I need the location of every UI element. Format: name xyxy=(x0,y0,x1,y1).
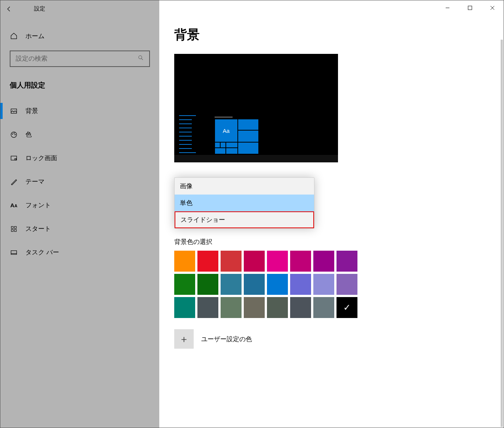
picture-icon xyxy=(10,107,18,115)
sidebar: ホーム 個人用設定 背景色ロック画面テーマAAフォントスタートタスク バー xyxy=(0,17,159,428)
color-swatch[interactable] xyxy=(221,297,242,318)
color-swatch[interactable] xyxy=(197,297,218,318)
dropdown-option-2[interactable]: スライドショー xyxy=(175,211,314,228)
preview-sample-text: Aa xyxy=(215,119,238,142)
brush-icon xyxy=(10,178,18,186)
color-section-label: 背景色の選択 xyxy=(174,238,489,246)
sidebar-item-0[interactable]: 背景 xyxy=(0,99,159,123)
svg-rect-17 xyxy=(11,251,17,254)
color-swatches: ✓ xyxy=(174,251,489,318)
svg-rect-6 xyxy=(11,109,17,113)
home-icon xyxy=(10,32,18,40)
color-swatch[interactable] xyxy=(267,274,288,295)
color-swatch[interactable] xyxy=(244,274,265,295)
home-link[interactable]: ホーム xyxy=(0,27,159,45)
svg-rect-1 xyxy=(468,6,472,10)
custom-color-label: ユーザー設定の色 xyxy=(201,335,252,343)
page-title: 背景 xyxy=(174,26,489,43)
color-swatch[interactable] xyxy=(221,251,242,272)
color-swatch[interactable] xyxy=(336,274,357,295)
scrollbar[interactable] xyxy=(501,40,503,427)
color-swatch[interactable] xyxy=(290,251,311,272)
color-swatch[interactable] xyxy=(221,274,242,295)
sidebar-item-6[interactable]: タスク バー xyxy=(0,241,159,264)
window-title: 設定 xyxy=(34,5,45,12)
sidebar-item-label: テーマ xyxy=(25,177,44,186)
font-icon: AA xyxy=(10,201,18,210)
color-swatch[interactable] xyxy=(174,297,195,318)
lock-icon xyxy=(10,154,18,162)
color-swatch[interactable]: ✓ xyxy=(336,297,357,318)
svg-rect-14 xyxy=(15,226,16,228)
sidebar-item-2[interactable]: ロック画面 xyxy=(0,146,159,170)
main-content: 背景 Aa xyxy=(159,17,504,428)
color-swatch[interactable] xyxy=(336,251,357,272)
dropdown-option-1[interactable]: 単色 xyxy=(175,195,314,211)
color-swatch[interactable] xyxy=(290,297,311,318)
sidebar-item-4[interactable]: AAフォント xyxy=(0,193,159,217)
search-input[interactable] xyxy=(16,55,138,62)
color-swatch[interactable] xyxy=(174,251,195,272)
section-header: 個人用設定 xyxy=(0,76,159,99)
sidebar-item-5[interactable]: スタート xyxy=(0,217,159,241)
sidebar-item-label: 背景 xyxy=(25,107,38,115)
svg-point-8 xyxy=(12,134,13,134)
minimize-button[interactable] xyxy=(436,0,459,15)
sidebar-item-3[interactable]: テーマ xyxy=(0,170,159,193)
start-icon xyxy=(10,225,18,233)
maximize-button[interactable] xyxy=(459,0,481,15)
svg-line-5 xyxy=(141,58,143,60)
taskbar-icon xyxy=(10,248,18,257)
sidebar-item-label: スタート xyxy=(25,224,51,233)
search-input-wrap[interactable] xyxy=(10,51,150,67)
custom-color-button[interactable]: ＋ xyxy=(174,329,194,349)
check-icon: ✓ xyxy=(336,297,357,318)
sidebar-item-label: タスク バー xyxy=(25,248,59,257)
color-swatch[interactable] xyxy=(313,251,334,272)
color-swatch[interactable] xyxy=(313,297,334,318)
svg-rect-11 xyxy=(11,156,17,160)
color-swatch[interactable] xyxy=(267,297,288,318)
svg-rect-13 xyxy=(11,226,13,228)
back-button[interactable] xyxy=(0,0,17,17)
svg-rect-12 xyxy=(15,158,16,159)
palette-icon xyxy=(10,131,18,139)
color-swatch[interactable] xyxy=(244,297,265,318)
sidebar-item-label: ロック画面 xyxy=(25,154,57,162)
svg-point-9 xyxy=(14,133,15,134)
sidebar-item-label: 色 xyxy=(25,130,32,139)
color-swatch[interactable] xyxy=(290,274,311,295)
svg-point-4 xyxy=(139,56,142,59)
background-preview: Aa xyxy=(174,54,338,162)
home-label: ホーム xyxy=(25,32,44,40)
sidebar-item-1[interactable]: 色 xyxy=(0,123,159,146)
svg-rect-16 xyxy=(15,229,16,231)
plus-icon: ＋ xyxy=(179,333,189,346)
svg-rect-15 xyxy=(11,229,13,231)
sidebar-item-label: フォント xyxy=(25,201,51,210)
color-swatch[interactable] xyxy=(174,274,195,295)
color-swatch[interactable] xyxy=(267,251,288,272)
color-swatch[interactable] xyxy=(197,251,218,272)
close-button[interactable] xyxy=(481,0,504,15)
color-swatch[interactable] xyxy=(244,251,265,272)
svg-point-10 xyxy=(15,134,16,135)
background-type-dropdown[interactable]: 画像単色スライドショー xyxy=(174,177,314,229)
search-icon xyxy=(138,55,144,63)
color-swatch[interactable] xyxy=(197,274,218,295)
dropdown-option-0[interactable]: 画像 xyxy=(175,178,314,195)
color-swatch[interactable] xyxy=(313,274,334,295)
